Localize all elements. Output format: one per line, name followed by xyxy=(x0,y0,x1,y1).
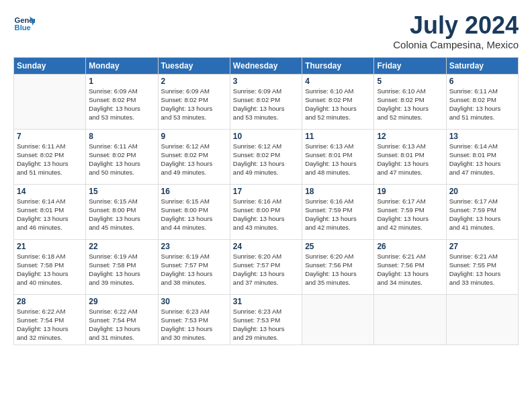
location: Colonia Campesina, Mexico xyxy=(393,39,519,50)
day-number: 1 xyxy=(89,77,154,86)
day-info: Sunrise: 6:16 AM Sunset: 8:00 PM Dayligh… xyxy=(233,197,299,232)
col-sunday: Sunday xyxy=(14,57,86,74)
day-info: Sunrise: 6:16 AM Sunset: 7:59 PM Dayligh… xyxy=(305,197,371,232)
day-info: Sunrise: 6:14 AM Sunset: 8:01 PM Dayligh… xyxy=(449,142,515,177)
calendar-week-2: 7Sunrise: 6:11 AM Sunset: 8:02 PM Daylig… xyxy=(14,129,519,184)
day-number: 31 xyxy=(233,297,299,306)
day-number: 11 xyxy=(305,132,371,141)
day-info: Sunrise: 6:19 AM Sunset: 7:58 PM Dayligh… xyxy=(89,252,154,287)
day-number: 6 xyxy=(449,77,515,86)
day-number: 15 xyxy=(89,187,154,196)
day-number: 10 xyxy=(233,132,299,141)
day-info: Sunrise: 6:21 AM Sunset: 7:56 PM Dayligh… xyxy=(377,252,443,287)
day-number: 18 xyxy=(305,187,371,196)
day-number: 17 xyxy=(233,187,299,196)
day-number: 3 xyxy=(233,77,299,86)
day-number: 25 xyxy=(305,242,371,251)
day-info: Sunrise: 6:09 AM Sunset: 8:02 PM Dayligh… xyxy=(161,87,227,122)
day-info: Sunrise: 6:09 AM Sunset: 8:02 PM Dayligh… xyxy=(89,87,154,122)
calendar-cell: 13Sunrise: 6:14 AM Sunset: 8:01 PM Dayli… xyxy=(446,129,518,184)
day-number: 2 xyxy=(161,77,227,86)
calendar-cell: 18Sunrise: 6:16 AM Sunset: 7:59 PM Dayli… xyxy=(302,184,374,239)
calendar-cell: 5Sunrise: 6:10 AM Sunset: 8:02 PM Daylig… xyxy=(374,74,446,129)
calendar-cell: 27Sunrise: 6:21 AM Sunset: 7:55 PM Dayli… xyxy=(446,239,518,294)
calendar-cell: 10Sunrise: 6:12 AM Sunset: 8:02 PM Dayli… xyxy=(230,129,302,184)
calendar-cell: 30Sunrise: 6:23 AM Sunset: 7:53 PM Dayli… xyxy=(158,294,230,345)
calendar-cell: 4Sunrise: 6:10 AM Sunset: 8:02 PM Daylig… xyxy=(302,74,374,129)
day-number: 5 xyxy=(377,77,443,86)
day-info: Sunrise: 6:10 AM Sunset: 8:02 PM Dayligh… xyxy=(377,87,443,122)
day-number: 22 xyxy=(89,242,154,251)
calendar-cell: 23Sunrise: 6:19 AM Sunset: 7:57 PM Dayli… xyxy=(158,239,230,294)
logo: General Blue xyxy=(13,12,35,34)
calendar-cell: 31Sunrise: 6:23 AM Sunset: 7:53 PM Dayli… xyxy=(230,294,302,345)
day-info: Sunrise: 6:20 AM Sunset: 7:57 PM Dayligh… xyxy=(233,252,299,287)
month-title: July 2024 xyxy=(393,12,519,39)
col-wednesday: Wednesday xyxy=(230,57,302,74)
logo-icon: General Blue xyxy=(13,12,35,34)
day-info: Sunrise: 6:09 AM Sunset: 8:02 PM Dayligh… xyxy=(233,87,299,122)
calendar-cell: 26Sunrise: 6:21 AM Sunset: 7:56 PM Dayli… xyxy=(374,239,446,294)
col-monday: Monday xyxy=(86,57,158,74)
calendar-cell: 17Sunrise: 6:16 AM Sunset: 8:00 PM Dayli… xyxy=(230,184,302,239)
calendar-cell: 19Sunrise: 6:17 AM Sunset: 7:59 PM Dayli… xyxy=(374,184,446,239)
calendar-cell: 14Sunrise: 6:14 AM Sunset: 8:01 PM Dayli… xyxy=(14,184,86,239)
day-info: Sunrise: 6:15 AM Sunset: 8:00 PM Dayligh… xyxy=(89,197,154,232)
day-number: 13 xyxy=(449,132,515,141)
day-number: 29 xyxy=(89,297,154,306)
page-header: General Blue July 2024 Colonia Campesina… xyxy=(13,12,519,50)
day-info: Sunrise: 6:11 AM Sunset: 8:02 PM Dayligh… xyxy=(449,87,515,122)
day-number: 21 xyxy=(17,242,83,251)
day-info: Sunrise: 6:23 AM Sunset: 7:53 PM Dayligh… xyxy=(233,307,299,342)
calendar-cell: 7Sunrise: 6:11 AM Sunset: 8:02 PM Daylig… xyxy=(14,129,86,184)
calendar-cell xyxy=(302,294,374,345)
day-number: 20 xyxy=(449,187,515,196)
calendar-cell: 15Sunrise: 6:15 AM Sunset: 8:00 PM Dayli… xyxy=(86,184,158,239)
col-tuesday: Tuesday xyxy=(158,57,230,74)
calendar-cell: 1Sunrise: 6:09 AM Sunset: 8:02 PM Daylig… xyxy=(86,74,158,129)
calendar-cell: 9Sunrise: 6:12 AM Sunset: 8:02 PM Daylig… xyxy=(158,129,230,184)
day-info: Sunrise: 6:23 AM Sunset: 7:53 PM Dayligh… xyxy=(161,307,227,342)
day-info: Sunrise: 6:10 AM Sunset: 8:02 PM Dayligh… xyxy=(305,87,371,122)
calendar-cell: 24Sunrise: 6:20 AM Sunset: 7:57 PM Dayli… xyxy=(230,239,302,294)
day-number: 4 xyxy=(305,77,371,86)
day-number: 7 xyxy=(17,132,83,141)
day-number: 8 xyxy=(89,132,154,141)
day-info: Sunrise: 6:12 AM Sunset: 8:02 PM Dayligh… xyxy=(161,142,227,177)
calendar-cell: 6Sunrise: 6:11 AM Sunset: 8:02 PM Daylig… xyxy=(446,74,518,129)
day-number: 12 xyxy=(377,132,443,141)
day-number: 28 xyxy=(17,297,83,306)
calendar-cell: 12Sunrise: 6:13 AM Sunset: 8:01 PM Dayli… xyxy=(374,129,446,184)
calendar-cell xyxy=(446,294,518,345)
day-info: Sunrise: 6:17 AM Sunset: 7:59 PM Dayligh… xyxy=(449,197,515,232)
calendar-week-3: 14Sunrise: 6:14 AM Sunset: 8:01 PM Dayli… xyxy=(14,184,519,239)
calendar-cell: 8Sunrise: 6:11 AM Sunset: 8:02 PM Daylig… xyxy=(86,129,158,184)
day-number: 23 xyxy=(161,242,227,251)
day-info: Sunrise: 6:19 AM Sunset: 7:57 PM Dayligh… xyxy=(161,252,227,287)
day-info: Sunrise: 6:22 AM Sunset: 7:54 PM Dayligh… xyxy=(89,307,154,342)
calendar-week-4: 21Sunrise: 6:18 AM Sunset: 7:58 PM Dayli… xyxy=(14,239,519,294)
calendar-table: Sunday Monday Tuesday Wednesday Thursday… xyxy=(13,57,519,345)
day-number: 19 xyxy=(377,187,443,196)
calendar-cell: 20Sunrise: 6:17 AM Sunset: 7:59 PM Dayli… xyxy=(446,184,518,239)
day-info: Sunrise: 6:14 AM Sunset: 8:01 PM Dayligh… xyxy=(17,197,83,232)
day-info: Sunrise: 6:22 AM Sunset: 7:54 PM Dayligh… xyxy=(17,307,83,342)
day-info: Sunrise: 6:13 AM Sunset: 8:01 PM Dayligh… xyxy=(305,142,371,177)
column-headers: Sunday Monday Tuesday Wednesday Thursday… xyxy=(14,57,519,74)
day-number: 14 xyxy=(17,187,83,196)
calendar-cell xyxy=(14,74,86,129)
day-info: Sunrise: 6:11 AM Sunset: 8:02 PM Dayligh… xyxy=(17,142,83,177)
col-friday: Friday xyxy=(374,57,446,74)
day-info: Sunrise: 6:17 AM Sunset: 7:59 PM Dayligh… xyxy=(377,197,443,232)
calendar-cell: 29Sunrise: 6:22 AM Sunset: 7:54 PM Dayli… xyxy=(86,294,158,345)
day-info: Sunrise: 6:13 AM Sunset: 8:01 PM Dayligh… xyxy=(377,142,443,177)
day-info: Sunrise: 6:12 AM Sunset: 8:02 PM Dayligh… xyxy=(233,142,299,177)
day-number: 27 xyxy=(449,242,515,251)
calendar-cell: 16Sunrise: 6:15 AM Sunset: 8:00 PM Dayli… xyxy=(158,184,230,239)
day-info: Sunrise: 6:21 AM Sunset: 7:55 PM Dayligh… xyxy=(449,252,515,287)
day-number: 30 xyxy=(161,297,227,306)
col-thursday: Thursday xyxy=(302,57,374,74)
day-number: 26 xyxy=(377,242,443,251)
day-info: Sunrise: 6:20 AM Sunset: 7:56 PM Dayligh… xyxy=(305,252,371,287)
day-info: Sunrise: 6:18 AM Sunset: 7:58 PM Dayligh… xyxy=(17,252,83,287)
